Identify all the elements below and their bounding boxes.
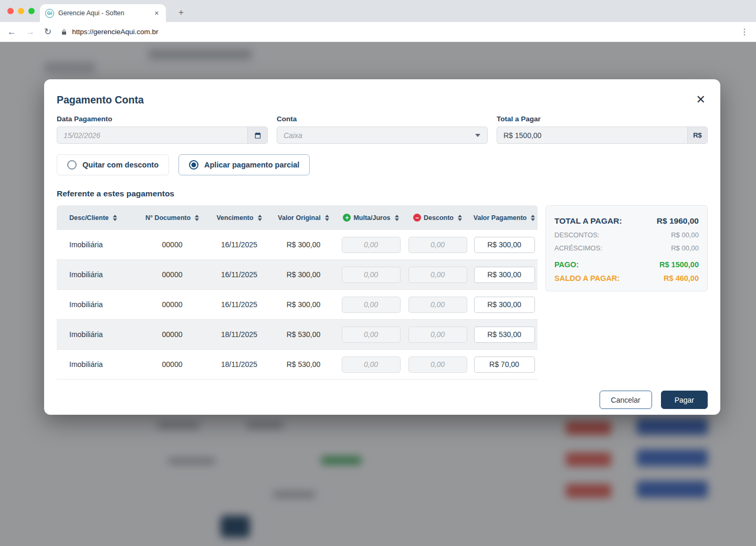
header-desconto[interactable]: −Desconto: [404, 214, 471, 222]
pay-button[interactable]: Pagar: [661, 391, 708, 409]
cell-cliente: Imobiliária: [57, 270, 135, 279]
cell-valor-original: R$ 530,00: [269, 360, 338, 369]
valor-pagamento-input[interactable]: [474, 297, 535, 313]
header-vencimento[interactable]: Vencimento: [209, 214, 269, 222]
browser-address-bar: ← → ↻ https://gerencieAqui.com.br ⋮: [0, 22, 756, 42]
table-row: Imobiliária 00000 18/11/2025 R$ 530,00: [57, 320, 538, 350]
sort-icon[interactable]: [531, 215, 535, 221]
window-minimize-button[interactable]: [18, 8, 24, 14]
sort-icon[interactable]: [325, 215, 329, 221]
browser-tab-strip: Gi Gerencie Aqui - Soften ✕ +: [0, 0, 756, 22]
summary-pago-label: PAGO:: [554, 260, 579, 269]
header-multa-juros[interactable]: +Multa/Juros: [338, 214, 404, 222]
calendar-icon[interactable]: [247, 127, 267, 143]
cell-vencimento: 18/11/2025: [209, 360, 269, 369]
conta-select[interactable]: [277, 127, 475, 143]
header-valor-original[interactable]: Valor Original: [269, 214, 338, 222]
tab-close-icon[interactable]: ✕: [153, 8, 161, 18]
modal-title: Pagamento Conta: [57, 94, 144, 106]
data-pagamento-input[interactable]: [57, 127, 247, 143]
summary-saldo-label: SALDO A PAGAR:: [554, 274, 620, 282]
cell-valor-original: R$ 300,00: [269, 240, 338, 249]
total-a-pagar-label: Total a Pagar: [497, 115, 708, 123]
conta-field: Conta: [277, 115, 488, 144]
multa-input[interactable]: [342, 327, 401, 343]
browser-menu-icon[interactable]: ⋮: [740, 27, 749, 37]
site-favicon-icon: Gi: [45, 9, 54, 18]
browser-tab[interactable]: Gi Gerencie Aqui - Soften ✕: [40, 4, 166, 22]
table-row: Imobiliária 00000 16/11/2025 R$ 300,00: [57, 260, 538, 290]
new-tab-button[interactable]: +: [174, 6, 188, 19]
cell-documento: 00000: [135, 330, 209, 339]
cell-vencimento: 18/11/2025: [209, 330, 269, 339]
cell-valor-original: R$ 300,00: [269, 300, 338, 309]
pagamento-conta-modal: Pagamento Conta ✕ Data Pagamento Conta T…: [44, 79, 720, 415]
valor-pagamento-input[interactable]: [474, 237, 535, 253]
total-a-pagar-input[interactable]: [497, 127, 687, 143]
payment-summary-panel: TOTAL A PAGAR: R$ 1960,00 DESCONTOS: R$ …: [545, 205, 708, 291]
cell-cliente: Imobiliária: [57, 360, 135, 369]
close-icon[interactable]: ✕: [694, 93, 708, 107]
url-box[interactable]: https://gerencieAqui.com.br: [61, 28, 731, 36]
plus-circle-icon: +: [343, 214, 351, 222]
multa-input[interactable]: [342, 297, 401, 313]
data-pagamento-label: Data Pagamento: [57, 115, 268, 123]
summary-total-label: TOTAL A PAGAR:: [554, 216, 622, 226]
cell-valor-original: R$ 530,00: [269, 330, 338, 339]
forward-icon[interactable]: →: [26, 27, 35, 37]
desconto-input[interactable]: [408, 327, 467, 343]
summary-acrescimos-label: ACRÉSCIMOS:: [554, 244, 602, 252]
cell-documento: 00000: [135, 270, 209, 279]
table-row: Imobiliária 00000 18/11/2025 R$ 530,00: [57, 350, 538, 380]
multa-input[interactable]: [342, 356, 401, 373]
cell-documento: 00000: [135, 360, 209, 369]
cell-cliente: Imobiliária: [57, 240, 135, 249]
summary-descontos-label: DESCONTOS:: [554, 231, 600, 239]
chevron-down-icon[interactable]: [475, 134, 480, 137]
radio-quitar-com-desconto[interactable]: Quitar com desconto: [57, 154, 169, 175]
header-valor-pagamento[interactable]: Valor Pagamento: [471, 214, 538, 222]
header-desc-cliente[interactable]: Desc/Cliente: [57, 214, 135, 222]
window-controls: [7, 8, 35, 14]
table-row: Imobiliária 00000 16/11/2025 R$ 300,00: [57, 230, 538, 260]
cancel-button[interactable]: Cancelar: [600, 391, 652, 409]
total-a-pagar-field: Total a Pagar R$: [497, 115, 708, 144]
window-close-button[interactable]: [7, 8, 14, 14]
minus-circle-icon: −: [413, 214, 421, 222]
conta-label: Conta: [277, 115, 488, 123]
back-icon[interactable]: ←: [7, 27, 16, 37]
valor-pagamento-input[interactable]: [474, 356, 535, 373]
sort-icon[interactable]: [113, 215, 117, 221]
summary-saldo-value: R$ 460,00: [664, 274, 699, 282]
url-text: https://gerencieAqui.com.br: [72, 28, 158, 36]
cell-documento: 00000: [135, 240, 209, 249]
sort-icon[interactable]: [258, 215, 262, 221]
valor-pagamento-input[interactable]: [474, 267, 535, 283]
summary-pago-value: R$ 1500,00: [659, 260, 699, 269]
sort-icon[interactable]: [195, 215, 199, 221]
multa-input[interactable]: [342, 267, 401, 283]
reload-icon[interactable]: ↻: [44, 26, 51, 37]
cell-vencimento: 16/11/2025: [209, 300, 269, 309]
summary-descontos-value: R$ 00,00: [671, 231, 699, 239]
cell-valor-original: R$ 300,00: [269, 270, 338, 279]
radio-unselected-icon: [67, 160, 77, 170]
multa-input[interactable]: [342, 237, 401, 253]
window-zoom-button[interactable]: [28, 8, 35, 14]
desconto-input[interactable]: [408, 356, 467, 373]
valor-pagamento-input[interactable]: [474, 327, 535, 343]
cell-cliente: Imobiliária: [57, 300, 135, 309]
sort-icon[interactable]: [395, 215, 399, 221]
desconto-input[interactable]: [408, 237, 467, 253]
radio-selected-icon: [189, 160, 198, 170]
header-documento[interactable]: N° Documento: [135, 214, 209, 222]
radio-aplicar-pagamento-parcial[interactable]: Aplicar pagamento parcial: [178, 154, 310, 175]
lock-icon: [61, 28, 67, 36]
tab-title: Gerencie Aqui - Soften: [58, 9, 149, 17]
table-header-row: Desc/Cliente N° Documento Vencimento Val…: [57, 205, 538, 230]
desconto-input[interactable]: [408, 297, 467, 313]
sort-icon[interactable]: [458, 215, 462, 221]
section-title: Referente a estes pagamentos: [57, 189, 708, 198]
cell-vencimento: 16/11/2025: [209, 240, 269, 249]
desconto-input[interactable]: [408, 267, 467, 283]
